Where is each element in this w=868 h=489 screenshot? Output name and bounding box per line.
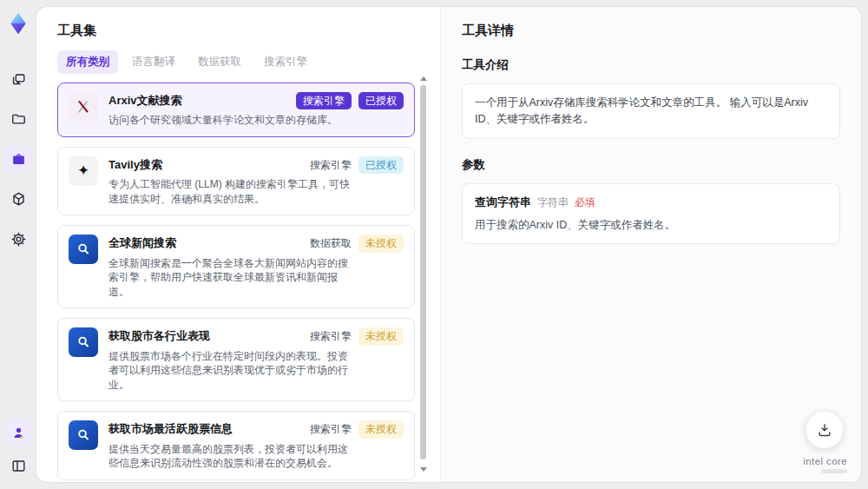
- briefcase-icon: [10, 151, 27, 168]
- app-logo-icon[interactable]: [5, 10, 31, 36]
- intro-text: 一个用于从Arxiv存储库搜索科学论文和文章的工具。 输入可以是Arxiv ID…: [475, 95, 827, 128]
- sidebar-bottom: [5, 420, 31, 479]
- status-badge: 已授权: [358, 92, 404, 109]
- app-root: 工具集 所有类别 语言翻译 数据获取 搜索引擎: [0, 0, 868, 489]
- tool-card-arxiv[interactable]: Arxiv文献搜索 搜索引擎 已授权 访问各个研究领域大量科学论文和文章的存储库…: [57, 83, 415, 137]
- tool-list-pane: 工具集 所有类别 语言翻译 数据获取 搜索引擎: [36, 7, 440, 482]
- cube-icon: [10, 191, 27, 208]
- magnifier-app-icon: [69, 327, 98, 357]
- tool-card-sector-performance[interactable]: 获取股市各行业表现 搜索引擎 未授权 提供股票市场各个行业在特定时间段内的表现。…: [57, 318, 415, 401]
- split-panel-icon: [10, 458, 27, 474]
- gear-icon: [10, 231, 27, 248]
- sidebar-item-tools[interactable]: [5, 146, 31, 172]
- tool-card-tavily[interactable]: ✦ Tavily搜索 搜索引擎 已授权 专为人工智能代理 (LLM) 构建的搜索…: [57, 147, 415, 215]
- sidebar-item-toggle-panel[interactable]: [5, 453, 31, 479]
- tool-name: 获取股市各行业表现: [108, 327, 210, 344]
- tool-detail-pane: 工具详情 工具介绍 一个用于从Arxiv存储库搜索科学论文和文章的工具。 输入可…: [440, 7, 861, 482]
- sidebar-item-settings[interactable]: [5, 226, 31, 252]
- tool-name: Arxiv文献搜索: [108, 92, 182, 109]
- detail-title: 工具详情: [462, 23, 840, 39]
- scroll-down-icon[interactable]: [420, 467, 427, 472]
- tab-search-engine[interactable]: 搜索引擎: [255, 50, 316, 74]
- tool-name: 全球新闻搜索: [108, 235, 176, 251]
- tool-description: 提供股票市场各个行业在特定时间段内的表现。投资者可以利用这些信息来识别表现优于或…: [108, 349, 350, 393]
- sidebar-item-files[interactable]: [5, 106, 31, 132]
- param-type: 字符串: [537, 195, 569, 210]
- scroll-up-icon[interactable]: [420, 76, 427, 81]
- download-button[interactable]: [806, 411, 844, 449]
- status-badge: 已授权: [358, 156, 404, 174]
- tab-data-fetch[interactable]: 数据获取: [189, 50, 250, 74]
- tool-card-most-active-stocks[interactable]: 获取市场最活跃股票信息 搜索引擎 未授权 提供当天交易量最高的股票列表，投资者可…: [57, 411, 415, 479]
- status-badge: 未授权: [358, 420, 404, 438]
- param-box: 查询字符串 字符串 必填 用于搜索的Arxiv ID、关键字或作者姓名。: [462, 183, 840, 244]
- sidebar-item-models[interactable]: [5, 186, 31, 212]
- scrollbar-thumb[interactable]: [420, 85, 426, 459]
- tool-description: 提供当天交易量最高的股票列表，投资者可以利用这些信息来识别流动性强的股票和潜在的…: [108, 442, 350, 471]
- sparkle-icon: ✦: [69, 156, 98, 186]
- tool-description: 访问各个研究领域大量科学论文和文章的存储库。: [108, 113, 350, 128]
- chat-icon: [10, 71, 27, 88]
- user-icon: [10, 425, 27, 441]
- status-badge: 未授权: [358, 235, 404, 252]
- sidebar: [0, 0, 36, 489]
- params-heading: 参数: [462, 157, 840, 173]
- intro-heading: 工具介绍: [462, 57, 840, 73]
- category-badge: 搜索引擎: [296, 92, 352, 109]
- magnifier-app-icon: [69, 235, 98, 264]
- tool-description: 全球新闻搜索是一个聚合全球各大新闻网站内容的搜索引擎，帮助用户快速获取全球最新资…: [108, 256, 350, 300]
- status-badge: 未授权: [358, 327, 404, 345]
- intro-box: 一个用于从Arxiv存储库搜索科学论文和文章的工具。 输入可以是Arxiv ID…: [462, 83, 840, 139]
- arxiv-logo-icon: [69, 92, 98, 122]
- tool-name: Tavily搜索: [108, 156, 162, 173]
- download-icon: [816, 421, 833, 439]
- sidebar-item-user[interactable]: [5, 420, 31, 446]
- category-tabs: 所有类别 语言翻译 数据获取 搜索引擎: [57, 50, 440, 74]
- tool-card-global-news[interactable]: 全球新闻搜索 数据获取 未授权 全球新闻搜索是一个聚合全球各大新闻网站内容的搜索…: [57, 225, 415, 308]
- category-label: 数据获取: [310, 236, 352, 251]
- magnifier-app-icon: [69, 420, 98, 450]
- tab-all-categories[interactable]: 所有类别: [57, 50, 118, 74]
- page-title: 工具集: [57, 23, 440, 39]
- intel-core-logo: intel core: [803, 456, 847, 473]
- tool-list: Arxiv文献搜索 搜索引擎 已授权 访问各个研究领域大量科学论文和文章的存储库…: [57, 83, 415, 482]
- sidebar-nav: [5, 66, 31, 252]
- sidebar-item-chat[interactable]: [5, 66, 31, 92]
- main-content: 工具集 所有类别 语言翻译 数据获取 搜索引擎: [36, 7, 861, 482]
- tool-name: 获取市场最活跃股票信息: [108, 420, 233, 437]
- category-label: 搜索引擎: [310, 158, 352, 173]
- folder-icon: [10, 111, 27, 128]
- tool-description: 专为人工智能代理 (LLM) 构建的搜索引擎工具，可快速提供实时、准确和真实的结…: [108, 177, 350, 206]
- scrollbar[interactable]: [419, 76, 427, 472]
- category-label: 搜索引擎: [310, 422, 352, 437]
- param-name: 查询字符串: [475, 195, 531, 210]
- tab-language-translation[interactable]: 语言翻译: [123, 50, 184, 74]
- param-required-badge: 必填: [575, 195, 595, 210]
- category-label: 搜索引擎: [310, 329, 352, 344]
- param-description: 用于搜索的Arxiv ID、关键字或作者姓名。: [475, 218, 827, 233]
